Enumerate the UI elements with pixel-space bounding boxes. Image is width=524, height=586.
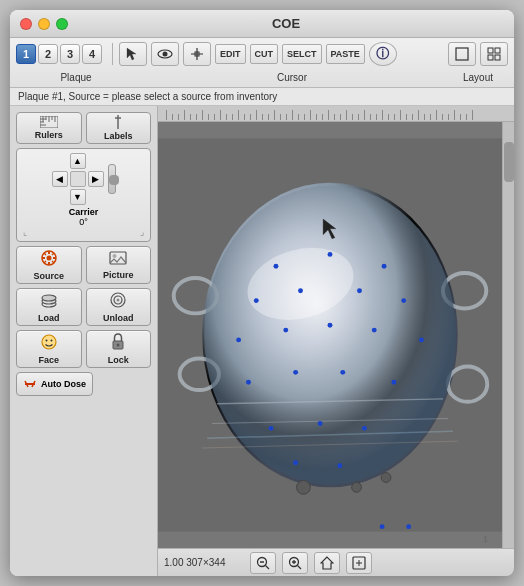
minimize-button[interactable] (38, 18, 50, 30)
load-label: Load (38, 313, 60, 323)
left-panel: Rulers Labels ▲ ◀ (10, 106, 158, 576)
home-button[interactable] (314, 552, 340, 574)
svg-point-2 (163, 52, 168, 57)
svg-line-30 (52, 253, 54, 255)
cursor-arrow-button[interactable] (119, 42, 147, 66)
picture-label: Picture (103, 270, 134, 280)
labels-button[interactable]: Labels (86, 112, 152, 144)
canvas-area: 1 1.00 307×344 (158, 106, 514, 576)
unload-button[interactable]: Unload (86, 288, 152, 326)
labels-label: Labels (104, 131, 133, 141)
face-icon (40, 333, 58, 354)
vertical-scrollbar[interactable] (502, 122, 514, 548)
paste-button[interactable]: PASTE (326, 44, 365, 64)
lock-button[interactable]: Lock (86, 330, 152, 368)
svg-point-75 (246, 380, 251, 385)
single-layout-button[interactable] (448, 42, 476, 66)
canvas-with-scrollbar: 1 (158, 122, 514, 548)
load-unload-row: Load Unload (16, 288, 151, 326)
plaque-tab-2[interactable]: 2 (38, 44, 58, 64)
face-button[interactable]: Face (16, 330, 82, 368)
svg-point-66 (254, 298, 259, 303)
face-lock-row: Face Lock (16, 330, 151, 368)
crosshair-button[interactable] (183, 42, 211, 66)
svg-point-68 (357, 288, 362, 293)
plaque-tab-1[interactable]: 1 (16, 44, 36, 64)
picture-button[interactable]: Picture (86, 246, 152, 284)
svg-line-93 (298, 565, 302, 569)
svg-point-72 (328, 323, 333, 328)
picture-icon (109, 250, 127, 269)
source-picture-row: Source Picture (16, 246, 151, 284)
main-content: Rulers Labels ▲ ◀ (10, 106, 514, 576)
close-button[interactable] (20, 18, 32, 30)
carrier-right-button[interactable]: ▶ (88, 171, 104, 187)
canvas-scroll[interactable]: 1 (158, 122, 502, 548)
unload-icon (109, 291, 127, 312)
zoom-out-button[interactable] (250, 552, 276, 574)
carrier-label: Carrier (69, 207, 99, 217)
toolbar-labels: Plaque Cursor Layout (10, 70, 514, 87)
eye-tool-button[interactable] (151, 42, 179, 66)
svg-point-65 (382, 264, 387, 269)
ruler-tick (472, 110, 478, 120)
auto-dose-label: Auto Dose (41, 379, 86, 389)
svg-line-31 (44, 261, 46, 263)
svg-point-63 (273, 264, 278, 269)
canvas-image[interactable] (158, 122, 502, 548)
info-button[interactable]: ⓘ (369, 42, 397, 66)
cut-button[interactable]: CUT (250, 44, 279, 64)
svg-line-28 (44, 253, 46, 255)
svg-point-84 (380, 524, 385, 529)
carrier-slider-thumb[interactable] (109, 175, 119, 185)
svg-point-39 (117, 299, 120, 302)
svg-point-73 (372, 328, 377, 333)
svg-point-60 (297, 480, 311, 494)
svg-point-80 (318, 421, 323, 426)
lock-icon (111, 333, 125, 354)
grid-layout-button[interactable] (480, 42, 508, 66)
svg-point-70 (236, 337, 241, 342)
fit-button[interactable] (346, 552, 372, 574)
plaque-tab-4[interactable]: 4 (82, 44, 102, 64)
auto-dose-button[interactable]: Auto Dose (16, 372, 93, 396)
select-button[interactable]: SELCT (282, 44, 322, 64)
auto-dose-icon (23, 377, 37, 391)
svg-marker-0 (127, 48, 136, 60)
carrier-left-button[interactable]: ◀ (52, 171, 68, 187)
plaque-tab-3[interactable]: 3 (60, 44, 80, 64)
zoom-in-button[interactable] (282, 552, 308, 574)
maximize-button[interactable] (56, 18, 68, 30)
rulers-button[interactable]: Rulers (16, 112, 82, 144)
ruler-top (158, 106, 514, 122)
rulers-labels-row: Rulers Labels (16, 112, 151, 144)
svg-point-78 (391, 380, 396, 385)
svg-rect-8 (495, 48, 500, 53)
svg-point-81 (362, 426, 367, 431)
ruler-marks (166, 108, 478, 120)
svg-point-76 (293, 370, 298, 375)
svg-line-29 (52, 261, 54, 263)
window-title: COE (68, 16, 504, 31)
load-icon (40, 291, 58, 312)
svg-point-42 (50, 340, 52, 342)
carrier-down-button[interactable]: ▼ (70, 189, 86, 205)
svg-point-77 (340, 370, 345, 375)
scrollbar-thumb[interactable] (504, 142, 514, 182)
rulers-label: Rulers (35, 130, 63, 140)
svg-point-67 (298, 288, 303, 293)
source-label: Source (33, 271, 64, 281)
source-button[interactable]: Source (16, 246, 82, 284)
toolbar-row: 1 2 3 4 EDIT CUT SELCT (10, 38, 514, 70)
svg-point-62 (381, 473, 391, 483)
carrier-slider[interactable] (108, 164, 116, 194)
svg-rect-7 (488, 48, 493, 53)
edit-button[interactable]: EDIT (215, 44, 246, 64)
svg-point-33 (113, 254, 117, 258)
layout-label: Layout (448, 72, 508, 83)
traffic-lights (20, 18, 68, 30)
status-bar: Plaque #1, Source = please select a sour… (10, 88, 514, 106)
svg-rect-9 (488, 55, 493, 60)
carrier-up-button[interactable]: ▲ (70, 153, 86, 169)
load-button[interactable]: Load (16, 288, 82, 326)
